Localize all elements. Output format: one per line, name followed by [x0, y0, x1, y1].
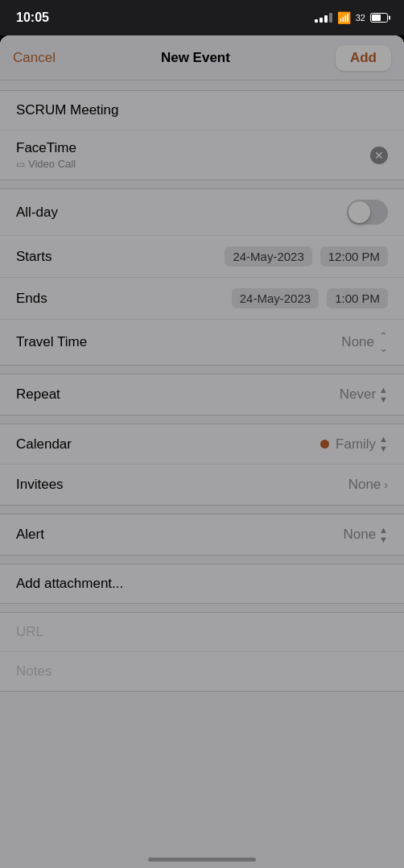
invitees-label: Invitees	[16, 477, 64, 493]
repeat-chevron: ▲▼	[379, 386, 388, 404]
new-event-modal: Cancel New Event Add SCRUM Meeting FaceT…	[0, 35, 404, 868]
ends-label: Ends	[16, 291, 47, 307]
event-title-row[interactable]: SCRUM Meeting	[0, 91, 404, 130]
calendar-invitees-section: Calendar Family ▲▼ Invitees None ›	[0, 424, 404, 506]
signal-icon	[315, 13, 332, 23]
video-icon: ▭	[16, 159, 25, 170]
repeat-value[interactable]: Never ▲▼	[340, 386, 388, 404]
form-content: SCRUM Meeting FaceTime ▭ Video Call ✕ A	[0, 81, 404, 868]
calendar-color-dot	[320, 440, 329, 448]
toggle-knob	[348, 201, 370, 223]
add-attachment-label[interactable]: Add attachment...	[16, 576, 123, 591]
alert-label: Alert	[16, 527, 44, 543]
attachment-section: Add attachment...	[0, 564, 404, 604]
home-indicator	[148, 858, 256, 862]
travel-time-value[interactable]: None ⌃⌄	[341, 330, 388, 354]
repeat-row[interactable]: Repeat Never ▲▼	[0, 374, 404, 415]
alert-value[interactable]: None ▲▼	[343, 526, 388, 544]
add-button[interactable]: Add	[336, 45, 391, 71]
clear-location-button[interactable]: ✕	[370, 147, 388, 164]
alert-chevron: ▲▼	[379, 526, 388, 544]
url-placeholder[interactable]: URL	[16, 624, 43, 639]
alert-section: Alert None ▲▼	[0, 514, 404, 556]
url-notes-section: URL Notes	[0, 612, 404, 692]
battery-level: 32	[356, 13, 365, 23]
repeat-section: Repeat Never ▲▼	[0, 374, 404, 415]
add-attachment-row[interactable]: Add attachment...	[0, 564, 404, 603]
invitees-row[interactable]: Invitees None ›	[0, 465, 404, 505]
travel-time-label: Travel Time	[16, 334, 87, 350]
invitees-value[interactable]: None ›	[348, 477, 388, 493]
all-day-label: All-day	[16, 205, 58, 221]
ends-row[interactable]: Ends 24-May-2023 1:00 PM	[0, 278, 404, 320]
nav-bar: Cancel New Event Add	[0, 35, 404, 81]
datetime-section: All-day Starts 24-May-2023 12:00 PM Ends…	[0, 188, 404, 366]
starts-row[interactable]: Starts 24-May-2023 12:00 PM	[0, 236, 404, 278]
cancel-button[interactable]: Cancel	[13, 50, 56, 66]
invitees-arrow: ›	[384, 478, 388, 491]
ends-time[interactable]: 1:00 PM	[327, 288, 388, 308]
travel-time-chevron: ⌃⌄	[379, 330, 388, 354]
clear-icon: ✕	[374, 149, 384, 162]
url-row[interactable]: URL	[0, 613, 404, 652]
ends-value[interactable]: 24-May-2023 1:00 PM	[232, 288, 388, 308]
title-location-section: SCRUM Meeting FaceTime ▭ Video Call ✕	[0, 90, 404, 180]
starts-label: Starts	[16, 249, 52, 265]
calendar-label: Calendar	[16, 436, 72, 453]
page-title: New Event	[161, 50, 230, 66]
event-title-value[interactable]: SCRUM Meeting	[16, 102, 119, 118]
starts-date[interactable]: 24-May-2023	[225, 246, 311, 267]
alert-row[interactable]: Alert None ▲▼	[0, 515, 404, 555]
starts-value[interactable]: 24-May-2023 12:00 PM	[225, 246, 388, 267]
calendar-row[interactable]: Calendar Family ▲▼	[0, 424, 404, 465]
repeat-label: Repeat	[16, 386, 60, 403]
notes-placeholder[interactable]: Notes	[16, 663, 52, 679]
starts-time[interactable]: 12:00 PM	[320, 246, 388, 267]
notes-row[interactable]: Notes	[0, 652, 404, 691]
travel-time-row[interactable]: Travel Time None ⌃⌄	[0, 320, 404, 365]
status-bar: 10:05 📶 32	[0, 0, 404, 35]
status-time: 10:05	[16, 10, 49, 25]
location-label: FaceTime	[16, 140, 76, 156]
all-day-toggle[interactable]	[347, 200, 388, 225]
location-sub: ▭ Video Call	[16, 158, 76, 170]
status-icons: 📶 32	[315, 11, 388, 24]
calendar-chevron: ▲▼	[379, 435, 388, 453]
calendar-value[interactable]: Family ▲▼	[320, 435, 388, 453]
ends-date[interactable]: 24-May-2023	[232, 288, 319, 308]
location-row[interactable]: FaceTime ▭ Video Call ✕	[0, 130, 404, 180]
all-day-row[interactable]: All-day	[0, 189, 404, 236]
wifi-icon: 📶	[337, 11, 351, 24]
battery-icon	[370, 13, 388, 23]
